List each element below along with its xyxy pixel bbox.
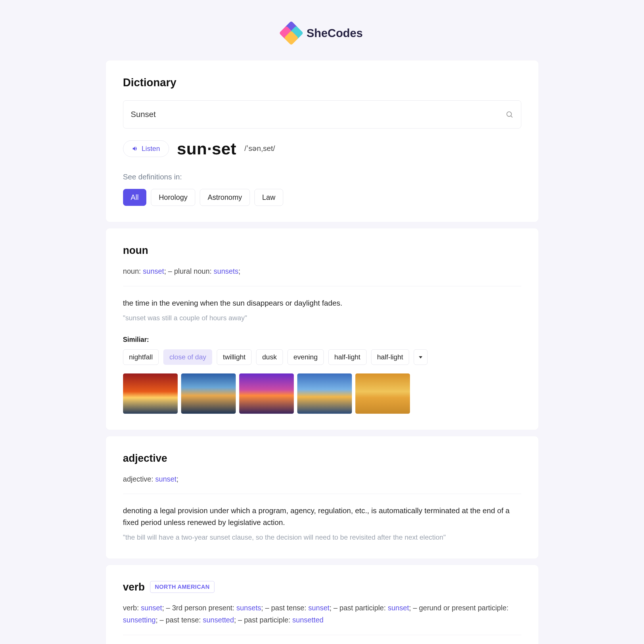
- similar-pill[interactable]: nightfall: [123, 349, 159, 365]
- page-title: Dictionary: [123, 76, 521, 89]
- pronunciation: /ˈsənˌset/: [244, 144, 275, 153]
- filter-pill-all[interactable]: All: [123, 189, 147, 206]
- similar-pill[interactable]: dusk: [256, 349, 283, 365]
- svg-line-1: [511, 116, 512, 117]
- filter-row: AllHorologyAstronomyLaw: [123, 189, 521, 206]
- part-of-speech-heading: noun: [123, 244, 521, 256]
- chevron-down-icon: [419, 356, 422, 359]
- headword: sun·set: [177, 139, 237, 158]
- expand-similar-button[interactable]: [414, 349, 428, 365]
- image-thumbnail[interactable]: [297, 373, 352, 414]
- image-thumbnail[interactable]: [181, 373, 236, 414]
- part-of-speech-heading: adjective: [123, 452, 521, 464]
- brand-name: SheCodes: [306, 27, 363, 40]
- speaker-icon: [132, 145, 138, 152]
- similar-pill[interactable]: twillight: [217, 349, 252, 365]
- listen-label: Listen: [142, 145, 160, 153]
- word-forms: noun: sunset; – plural noun: sunsets;: [123, 265, 521, 277]
- region-badge: NORTH AMERICAN: [150, 581, 215, 593]
- filter-pill-astronomy[interactable]: Astronomy: [200, 189, 250, 206]
- image-thumbnail[interactable]: [355, 373, 410, 414]
- brand-logo-icon: [281, 23, 301, 43]
- definition-text: the time in the evening when the sun dis…: [123, 297, 521, 309]
- similar-row: nightfallclose of daytwillightduskevenin…: [123, 349, 521, 365]
- listen-button[interactable]: Listen: [123, 140, 169, 157]
- similar-pill[interactable]: evening: [287, 349, 324, 365]
- example-text: "sunset was still a couple of hours away…: [123, 313, 521, 323]
- definition-card-adjective: adjectiveadjective: sunset;denoting a le…: [106, 436, 538, 559]
- definition-card-verb: verbNORTH AMERICANverb: sunset; – 3rd pe…: [106, 565, 538, 644]
- similar-pill[interactable]: half-light: [328, 349, 367, 365]
- part-of-speech-heading: verbNORTH AMERICAN: [123, 581, 521, 593]
- search-field-wrap[interactable]: [123, 100, 521, 129]
- image-thumbnails: [123, 373, 521, 414]
- svg-point-0: [507, 112, 511, 116]
- search-card: Dictionary Listen sun·set /ˈsənˌset/ See…: [106, 60, 538, 222]
- definition-text: denoting a legal provision under which a…: [123, 505, 521, 528]
- filter-pill-law[interactable]: Law: [254, 189, 283, 206]
- similar-pill[interactable]: half-light: [371, 349, 409, 365]
- search-input[interactable]: [131, 110, 505, 119]
- filter-pill-horology[interactable]: Horology: [151, 189, 195, 206]
- similar-pill[interactable]: close of day: [163, 349, 212, 365]
- image-thumbnail[interactable]: [239, 373, 294, 414]
- definition-card-noun: nounnoun: sunset; – plural noun: sunsets…: [106, 228, 538, 430]
- word-forms: adjective: sunset;: [123, 473, 521, 485]
- similar-label: Similiar:: [123, 336, 521, 344]
- word-forms: verb: sunset; – 3rd person present: suns…: [123, 602, 521, 626]
- example-text: "the bill will have a two-year sunset cl…: [123, 532, 521, 543]
- search-icon[interactable]: [505, 110, 513, 118]
- brand-header: SheCodes: [106, 23, 538, 43]
- filter-label: See definitions in:: [123, 173, 521, 181]
- image-thumbnail[interactable]: [123, 373, 178, 414]
